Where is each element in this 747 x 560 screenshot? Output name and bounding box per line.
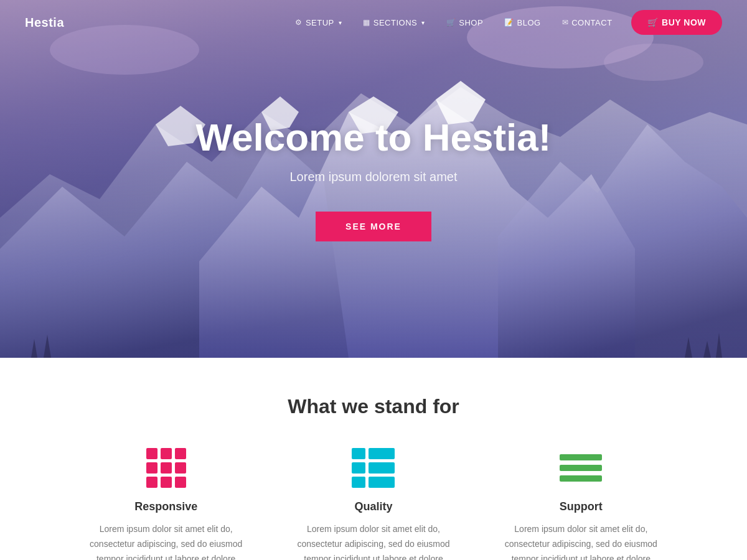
nav-setup[interactable]: ⚙ SETUP ▾ xyxy=(286,13,350,32)
shop-icon: 🛒 xyxy=(446,18,456,27)
table-icon xyxy=(352,448,395,488)
grid-cell xyxy=(175,477,186,488)
see-more-button[interactable]: SEE MORE xyxy=(316,212,431,241)
responsive-icon xyxy=(141,449,191,487)
table-row-3 xyxy=(352,477,395,488)
support-desc: Lorem ipsum dolor sit amet elit do, cons… xyxy=(502,522,660,560)
cart-icon: 🛒 xyxy=(647,17,659,27)
sections-icon: ▦ xyxy=(363,18,370,27)
gear-icon: ⚙ xyxy=(295,18,303,27)
nav-sections[interactable]: ▦ SECTIONS ▾ xyxy=(354,13,433,32)
hero-subtitle: Lorem ipsum dolorem sit amet xyxy=(196,170,552,184)
blog-icon: 📝 xyxy=(504,18,514,27)
support-label: Support xyxy=(560,500,603,513)
grid-icon xyxy=(146,448,186,488)
hero-title: Welcome to Hestia! xyxy=(196,116,552,159)
nav-shop[interactable]: 🛒 SHOP xyxy=(438,13,492,32)
grid-cell xyxy=(146,462,157,474)
contact-icon: ✉ xyxy=(562,18,569,27)
feature-quality: Quality Lorem ipsum dolor sit amet elit … xyxy=(270,449,477,560)
nav-contact[interactable]: ✉ CONTACT xyxy=(553,13,621,32)
features-title: What we stand for xyxy=(25,395,722,418)
hero-section: Welcome to Hestia! Lorem ipsum dolorem s… xyxy=(0,0,747,358)
brand-logo[interactable]: Hestia xyxy=(25,16,64,30)
table-cell-left xyxy=(352,477,365,488)
table-cell-left xyxy=(352,462,365,474)
buy-now-button[interactable]: 🛒 BUY NOW xyxy=(631,10,722,35)
features-section: What we stand for Responsive Lorem ipsum… xyxy=(0,358,747,560)
grid-cell xyxy=(146,448,157,459)
table-cell-right xyxy=(369,448,395,459)
table-cell-right xyxy=(369,462,395,474)
quality-label: Quality xyxy=(354,500,392,513)
line-1 xyxy=(560,454,602,460)
chevron-down-icon: ▾ xyxy=(339,19,342,26)
table-row-2 xyxy=(352,462,395,474)
table-row-1 xyxy=(352,448,395,459)
hero-content: Welcome to Hestia! Lorem ipsum dolorem s… xyxy=(184,116,564,241)
responsive-label: Responsive xyxy=(134,500,197,513)
lines-icon xyxy=(560,454,602,482)
feature-responsive: Responsive Lorem ipsum dolor sit amet el… xyxy=(62,449,270,560)
chevron-down-icon-2: ▾ xyxy=(421,19,425,26)
feature-support: Support Lorem ipsum dolor sit amet elit … xyxy=(477,449,685,560)
grid-cell xyxy=(161,448,172,459)
grid-cell xyxy=(146,477,157,488)
nav-links: ⚙ SETUP ▾ ▦ SECTIONS ▾ 🛒 SHOP 📝 BLOG ✉ C… xyxy=(286,10,722,35)
nav-blog[interactable]: 📝 BLOG xyxy=(496,13,550,32)
responsive-desc: Lorem ipsum dolor sit amet elit do, cons… xyxy=(87,522,245,560)
quality-desc: Lorem ipsum dolor sit amet elit do, cons… xyxy=(294,522,452,560)
grid-cell xyxy=(175,462,186,474)
line-2 xyxy=(560,465,602,471)
table-cell-left xyxy=(352,448,365,459)
line-3 xyxy=(560,475,602,482)
table-cell-right xyxy=(369,477,395,488)
grid-cell xyxy=(161,462,172,474)
quality-icon xyxy=(349,449,398,487)
grid-cell xyxy=(161,477,172,488)
support-icon xyxy=(556,449,606,487)
features-grid: Responsive Lorem ipsum dolor sit amet el… xyxy=(62,449,685,560)
grid-cell xyxy=(175,448,186,459)
navbar: Hestia ⚙ SETUP ▾ ▦ SECTIONS ▾ 🛒 SHOP 📝 B… xyxy=(0,0,747,45)
svg-point-16 xyxy=(604,44,703,81)
